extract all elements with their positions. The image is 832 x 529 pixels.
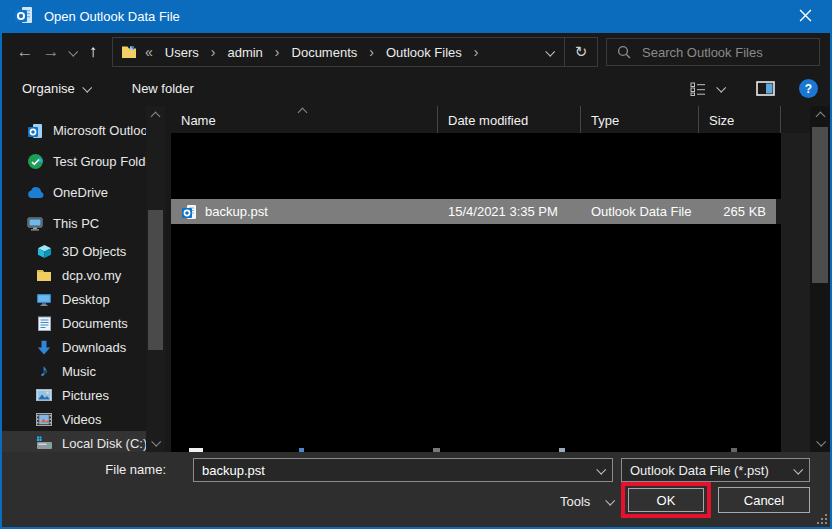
preview-pane-button[interactable] [748,77,783,100]
tools-button[interactable]: Tools [554,488,619,514]
file-name-label: File name: [102,462,166,477]
change-view-button[interactable] [682,78,732,100]
breadcrumb-item-outlook-files[interactable]: Outlook Files [380,43,468,62]
column-header-type[interactable]: Type [581,106,699,133]
tools-chevron-icon [606,495,616,505]
dialog-footer: File name: Outlook Data File (*.pst) Too… [2,452,830,527]
sidebar-item-pictures[interactable]: Pictures [2,383,146,407]
sidebar-item-label: Documents [62,316,128,331]
computer-icon [26,215,44,233]
sidebar-item-microsoft-outlook[interactable]: Microsoft Outlook [2,115,146,146]
file-list-body[interactable]: backup.pst 15/4/2021 3:35 PM Outlook Dat… [171,133,810,452]
close-button[interactable] [788,0,822,33]
group-folder-icon [26,153,44,171]
sidebar-item-dcp-vo-my[interactable]: dcp.vo.my [2,263,146,287]
music-note-icon: ♪ [35,362,53,380]
resize-grip[interactable] [817,514,827,524]
breadcrumb-item-admin[interactable]: admin [221,43,268,62]
file-type-chevron-icon [785,467,809,474]
tools-label: Tools [560,494,590,509]
details-view-icon [690,82,707,96]
sidebar-item-test-group-folder[interactable]: Test Group Folder [2,146,146,177]
ok-button[interactable]: OK [628,488,704,512]
column-header-date-modified[interactable]: Date modified [438,106,581,133]
file-type-select[interactable]: Outlook Data File (*.pst) [621,458,810,482]
file-row-backup-pst[interactable]: backup.pst 15/4/2021 3:35 PM Outlook Dat… [171,199,776,224]
open-outlook-data-file-dialog: Open Outlook Data File ← → ↑ « Us [0,0,832,529]
hard-disk-icon [35,434,53,452]
sidebar-item-desktop[interactable]: Desktop [2,287,146,311]
back-icon[interactable]: ← [12,39,38,65]
folder-icon [35,266,53,284]
sidebar-item-label: Microsoft Outlook [53,123,146,138]
sidebar-item-documents[interactable]: Documents [2,311,146,335]
search-input[interactable] [640,44,794,61]
sidebar-item-label: 3D Objects [62,244,126,259]
sidebar-item-music[interactable]: ♪ Music [2,359,146,383]
view-chevron-icon [716,83,726,93]
file-name-cell: backup.pst [205,204,268,219]
column-label: Size [709,113,734,128]
sort-ascending-icon [298,108,308,118]
file-name-combobox[interactable] [193,458,613,482]
address-dropdown-chevron-icon[interactable] [534,38,564,66]
sidebar-item-downloads[interactable]: Downloads [2,335,146,359]
main-area: Microsoft Outlook Test Group Folder [2,106,830,452]
file-type-cell: Outlook Data File [581,204,699,219]
column-label: Date modified [448,113,528,128]
pst-file-icon [181,204,197,220]
sidebar-item-videos[interactable]: Videos [2,407,146,431]
breadcrumb-separator-icon[interactable]: › [209,44,218,60]
redacted-area [171,224,781,452]
column-header-name[interactable]: Name [171,106,438,133]
title-bar: Open Outlook Data File [2,0,830,33]
breadcrumb-collapsed-icon[interactable]: « [143,44,155,60]
breadcrumb-separator-icon[interactable]: › [472,44,481,60]
organise-button[interactable]: Organise [14,77,98,100]
sidebar-item-label: Music [62,364,96,379]
3d-cube-icon [35,242,53,260]
sidebar-item-3d-objects[interactable]: 3D Objects [2,239,146,263]
breadcrumb-item-users[interactable]: Users [159,43,205,62]
sidebar-item-label: Videos [62,412,102,427]
cancel-button[interactable]: Cancel [718,487,810,513]
up-icon[interactable]: ↑ [80,39,106,65]
search-icon [617,45,631,59]
forward-icon[interactable]: → [38,39,64,65]
sidebar-item-label: Local Disk (C:) [62,436,146,451]
address-bar[interactable]: « Users › admin › Documents › Outlook Fi… [112,37,598,67]
file-list-pane: Name Date modified Type Size [171,106,810,452]
column-header-size[interactable]: Size [699,106,781,133]
command-toolbar: Organise New folder [2,71,830,106]
file-name-chevron-icon[interactable] [588,467,612,474]
recent-locations-chevron-icon[interactable] [64,39,80,65]
document-icon [35,314,53,332]
folder-icon [121,45,137,59]
sidebar-scrollbar[interactable] [146,106,165,452]
refresh-icon[interactable]: ↻ [564,38,597,66]
help-icon[interactable]: ? [799,79,818,98]
new-folder-button[interactable]: New folder [124,77,202,100]
sidebar-scrollbar-thumb[interactable] [148,210,163,350]
video-film-icon [35,410,53,428]
file-list-scrollbar-thumb[interactable] [812,127,828,283]
search-box[interactable] [606,38,820,66]
file-list-scrollbar[interactable] [810,106,830,452]
navigation-pane: Microsoft Outlook Test Group Folder [2,106,146,452]
breadcrumb-separator-icon[interactable]: › [367,44,376,60]
scroll-down-icon[interactable] [146,434,165,450]
breadcrumb-item-documents[interactable]: Documents [286,43,364,62]
sidebar-item-label: Downloads [62,340,126,355]
outlook-icon [26,122,44,140]
sidebar-item-label: dcp.vo.my [62,268,121,283]
download-arrow-icon [35,338,53,356]
file-name-input[interactable] [194,463,588,478]
sidebar-item-onedrive[interactable]: OneDrive [2,177,146,208]
redacted-area [171,133,781,199]
scroll-up-icon[interactable] [810,108,830,124]
sidebar-item-this-pc[interactable]: This PC [2,208,146,239]
scroll-down-icon[interactable] [810,434,830,450]
sidebar-item-label: Pictures [62,388,109,403]
scroll-up-icon[interactable] [146,108,165,124]
breadcrumb-separator-icon[interactable]: › [273,44,282,60]
